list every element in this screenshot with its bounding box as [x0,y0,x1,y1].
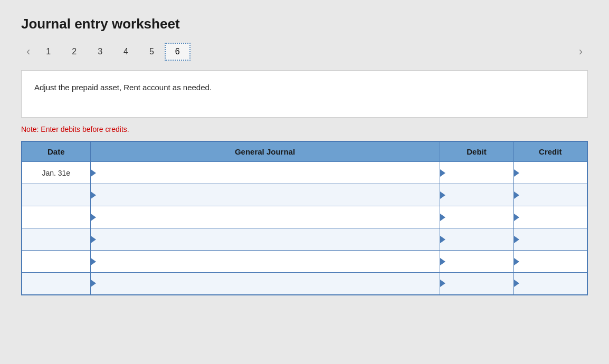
cell-debit-3[interactable] [440,206,513,228]
arrow-icon-credit-1 [514,169,519,177]
instruction-box: Adjust the prepaid asset, Rent account a… [21,70,588,118]
cell-credit-2[interactable] [513,184,587,206]
header-date: Date [22,141,90,162]
cell-journal-6[interactable] [90,273,440,295]
arrow-icon-credit-6 [514,280,519,287]
arrow-icon-debit-5 [440,258,445,265]
arrow-icon-credit-5 [514,258,519,265]
cell-debit-2[interactable] [440,184,513,206]
tab-5[interactable]: 5 [139,43,165,61]
cell-debit-1[interactable] [440,162,513,184]
cell-debit-5[interactable] [440,251,513,273]
cell-date-4 [22,228,90,251]
cell-credit-6[interactable] [513,273,587,295]
arrow-icon-6 [91,280,96,287]
note-text: Note: Enter debits before credits. [21,125,588,133]
header-journal: General Journal [90,141,440,162]
cell-date-3 [22,206,90,228]
cell-journal-5[interactable] [90,251,440,273]
header-credit: Credit [513,141,587,162]
arrow-icon-debit-4 [440,236,445,243]
cell-date-6 [22,273,90,295]
instruction-text: Adjust the prepaid asset, Rent account a… [34,83,212,92]
tab-4[interactable]: 4 [113,43,139,61]
arrow-icon-1 [91,169,96,177]
cell-date-5 [22,251,90,273]
arrow-icon-credit-2 [514,191,519,199]
tab-navigation: ‹ 1 2 3 4 5 6 › [21,43,588,61]
tab-2[interactable]: 2 [61,43,87,61]
cell-journal-2[interactable] [90,184,440,206]
journal-table: Date General Journal Debit Credit Jan. 3… [21,141,588,295]
tab-1[interactable]: 1 [35,43,61,61]
page-title: Journal entry worksheet [21,16,588,32]
arrow-icon-credit-4 [514,236,519,243]
cell-journal-1[interactable] [90,162,440,184]
cell-debit-6[interactable] [440,273,513,295]
cell-date-2 [22,184,90,206]
header-debit: Debit [440,141,513,162]
cell-credit-5[interactable] [513,251,587,273]
arrow-icon-3 [91,214,96,221]
arrow-icon-debit-3 [440,214,445,221]
cell-credit-1[interactable] [513,162,587,184]
cell-credit-4[interactable] [513,228,587,251]
cell-journal-4[interactable] [90,228,440,251]
tab-6[interactable]: 6 [165,43,191,61]
arrow-icon-4 [91,236,96,243]
cell-credit-3[interactable] [513,206,587,228]
table-row [22,273,587,295]
tab-3[interactable]: 3 [87,43,113,61]
arrow-icon-debit-6 [440,280,445,287]
arrow-icon-credit-3 [514,214,519,221]
cell-journal-3[interactable] [90,206,440,228]
table-row [22,206,587,228]
arrow-icon-debit-1 [440,169,445,177]
arrow-icon-debit-2 [440,191,445,199]
table-row [22,184,587,206]
arrow-icon-2 [91,191,96,199]
next-arrow[interactable]: › [574,43,588,61]
cell-date-1: Jan. 31e [22,162,90,184]
prev-arrow[interactable]: ‹ [21,43,35,61]
table-row: Jan. 31e [22,162,587,184]
table-row [22,251,587,273]
cell-debit-4[interactable] [440,228,513,251]
arrow-icon-5 [91,258,96,265]
table-row [22,228,587,251]
